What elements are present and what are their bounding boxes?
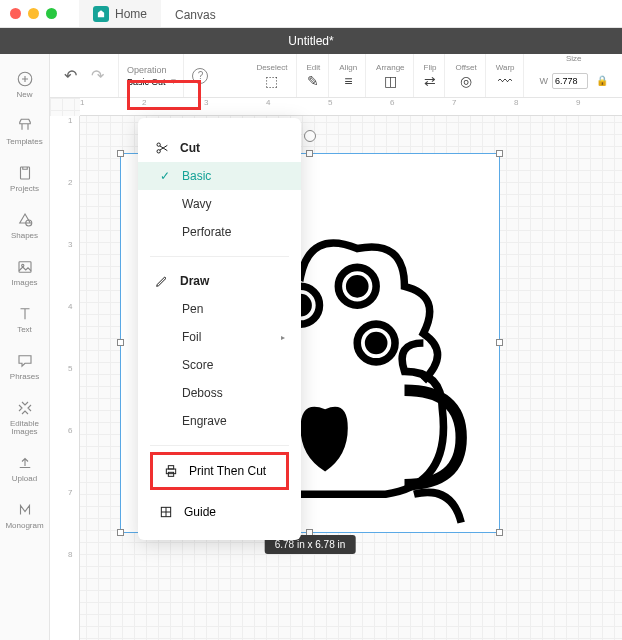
pen-icon <box>154 273 170 289</box>
dd-item-perforate[interactable]: Perforate <box>138 218 301 246</box>
dd-item-wavy[interactable]: Wavy <box>138 190 301 218</box>
window-titlebar: Home Canvas <box>0 0 622 28</box>
dd-cut-header: Cut <box>138 134 301 162</box>
dd-item-score[interactable]: Score <box>138 351 301 379</box>
canvas[interactable]: 123456789 12345678 6.78 in x 6.78 in <box>50 98 622 640</box>
offset-button[interactable]: Offset ◎ <box>447 54 485 97</box>
svg-rect-3 <box>19 262 31 273</box>
dd-item-print-then-cut[interactable]: Print Then Cut <box>150 452 289 490</box>
sidebar-projects[interactable]: Projects <box>0 156 49 201</box>
sidebar-images[interactable]: Images <box>0 250 49 295</box>
resize-handle-bl[interactable] <box>117 529 124 536</box>
divider <box>150 445 289 446</box>
guide-icon <box>158 504 174 520</box>
close-window-button[interactable] <box>10 8 21 19</box>
warp-button[interactable]: Warp 〰 <box>488 54 524 97</box>
maximize-window-button[interactable] <box>46 8 57 19</box>
resize-handle-mr[interactable] <box>496 339 503 346</box>
dd-item-engrave[interactable]: Engrave <box>138 407 301 435</box>
sidebar-new[interactable]: New <box>0 62 49 107</box>
printer-icon <box>163 463 179 479</box>
svg-point-9 <box>350 279 365 294</box>
arrange-button[interactable]: Arrange ◫ <box>368 54 413 97</box>
svg-point-11 <box>157 143 160 146</box>
app-logo-icon <box>93 6 109 22</box>
svg-point-12 <box>157 150 160 153</box>
sidebar-shapes[interactable]: Shapes <box>0 203 49 248</box>
svg-rect-14 <box>168 466 173 469</box>
tab-canvas-label: Canvas <box>175 8 216 22</box>
operation-value: Basic Cut <box>127 77 166 87</box>
svg-point-10 <box>369 335 384 350</box>
resize-handle-tm[interactable] <box>306 150 313 157</box>
operation-dropdown-menu: Cut Basic Wavy Perforate Draw Pen Foil▸ … <box>138 118 301 540</box>
dd-item-foil[interactable]: Foil▸ <box>138 323 301 351</box>
resize-handle-tr[interactable] <box>496 150 503 157</box>
deselect-icon: ⬚ <box>265 73 278 89</box>
document-title-bar: Untitled* <box>0 28 622 54</box>
divider <box>150 256 289 257</box>
dd-item-guide[interactable]: Guide <box>138 496 301 528</box>
help-button[interactable]: ? <box>192 68 208 84</box>
flip-icon: ⇄ <box>424 73 436 89</box>
tab-home-label: Home <box>115 7 147 21</box>
dd-item-deboss[interactable]: Deboss <box>138 379 301 407</box>
operation-dropdown[interactable]: Operation Basic Cut▼ <box>121 54 184 97</box>
size-control: Size W 🔒 <box>526 54 623 97</box>
svg-rect-13 <box>166 469 175 474</box>
ruler-horizontal: 123456789 <box>80 98 622 116</box>
sidebar-templates[interactable]: Templates <box>0 109 49 154</box>
submenu-chevron-icon: ▸ <box>281 333 285 342</box>
sidebar-editable-images[interactable]: Editable Images <box>0 391 49 444</box>
size-width-input[interactable] <box>552 73 588 89</box>
size-w-label: W <box>540 76 549 86</box>
ruler-vertical: 12345678 <box>50 116 80 640</box>
edit-icon: ✎ <box>307 73 319 89</box>
arrange-icon: ◫ <box>384 73 397 89</box>
operation-label: Operation <box>127 65 177 75</box>
align-button[interactable]: Align ≡ <box>331 54 366 97</box>
sidebar-upload[interactable]: Upload <box>0 446 49 491</box>
document-title: Untitled* <box>288 34 333 48</box>
warp-icon: 〰 <box>498 73 512 89</box>
sidebar-phrases[interactable]: Phrases <box>0 344 49 389</box>
lock-icon[interactable]: 🔒 <box>596 75 608 86</box>
deselect-button[interactable]: Deselect ⬚ <box>248 54 296 97</box>
dd-item-pen[interactable]: Pen <box>138 295 301 323</box>
tab-home[interactable]: Home <box>79 0 161 27</box>
dd-item-basic[interactable]: Basic <box>138 162 301 190</box>
dd-draw-header: Draw <box>138 267 301 295</box>
redo-button[interactable]: ↷ <box>91 66 104 85</box>
flip-button[interactable]: Flip ⇄ <box>416 54 446 97</box>
sidebar-text[interactable]: Text <box>0 297 49 342</box>
rotate-handle[interactable] <box>304 130 316 142</box>
svg-rect-15 <box>168 472 173 476</box>
sidebar-monogram[interactable]: Monogram <box>0 493 49 538</box>
offset-icon: ◎ <box>460 73 472 89</box>
minimize-window-button[interactable] <box>28 8 39 19</box>
resize-handle-br[interactable] <box>496 529 503 536</box>
resize-handle-ml[interactable] <box>117 339 124 346</box>
align-icon: ≡ <box>344 73 352 89</box>
main-toolbar: ↶ ↷ Operation Basic Cut▼ ? Deselect ⬚ Ed… <box>0 54 622 98</box>
undo-button[interactable]: ↶ <box>64 66 77 85</box>
tab-canvas[interactable]: Canvas <box>161 0 230 27</box>
resize-handle-tl[interactable] <box>117 150 124 157</box>
scissors-icon <box>154 140 170 156</box>
left-sidebar: New Templates Projects Shapes Images Tex… <box>0 54 50 640</box>
edit-button[interactable]: Edit ✎ <box>299 54 330 97</box>
